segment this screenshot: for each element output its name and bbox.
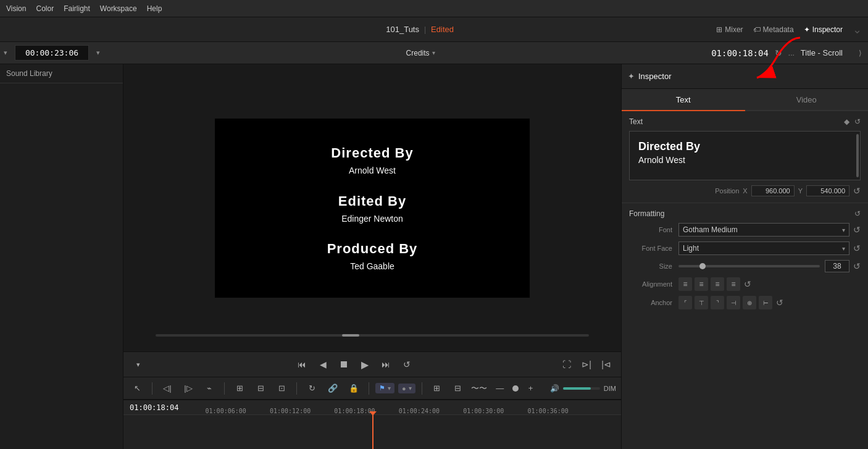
credits-btn[interactable]: Credits ▾ (406, 49, 435, 57)
menu-workspace[interactable]: Workspace (100, 4, 137, 13)
preview-scrollbar-thumb (342, 334, 359, 337)
position-reset-btn[interactable]: ↺ (853, 186, 861, 196)
menu-vision[interactable]: Vision (6, 4, 26, 13)
y-label: Y (798, 187, 803, 195)
link-btn[interactable]: 🔗 (324, 380, 341, 397)
font-reset-btn[interactable]: ↺ (853, 225, 861, 235)
anchor-tr-btn[interactable]: ⌝ (711, 296, 724, 309)
y-value-input[interactable] (806, 185, 849, 196)
timeline-track[interactable] (123, 415, 621, 449)
anchor-label: Anchor (629, 299, 678, 306)
font-face-select[interactable]: Light ▾ (678, 241, 849, 255)
zoom-in-timeline-btn[interactable]: ⊞ (231, 380, 248, 397)
text-preview-line1: Directed By (638, 139, 851, 154)
track-dropdown-icon[interactable]: ▾ (4, 49, 7, 57)
align-left-btn[interactable]: ≡ (678, 277, 692, 291)
lock-btn[interactable]: 🔒 (345, 380, 362, 397)
track-info-btn[interactable]: ▾ (131, 357, 146, 372)
title-scroll-label: Title - Scroll (801, 48, 853, 57)
size-value-input[interactable] (825, 260, 849, 272)
align-right-btn[interactable]: ≡ (711, 277, 724, 291)
play-btn[interactable]: ▶ (357, 357, 372, 372)
plus-btn[interactable]: + (522, 380, 540, 397)
snap-btn[interactable]: ⊡ (273, 380, 290, 397)
anchor-mr-btn[interactable]: ⊢ (759, 296, 772, 309)
menu-help[interactable]: Help (147, 4, 162, 13)
toolbar-sep-1 (152, 382, 152, 395)
size-slider[interactable] (678, 265, 820, 267)
timeline-mark-3: 01:00:24:00 (399, 408, 440, 414)
align-center-btn[interactable]: ≡ (695, 277, 708, 291)
expand-right-btn[interactable]: ⟩ (859, 49, 862, 57)
secondary-bar: ▾ 00:00:23:06 ▾ Credits ▾ 01:00:18:04 ↻ … (0, 42, 868, 64)
text-preview-box[interactable]: Directed By Arnold West (629, 131, 861, 180)
size-reset-btn[interactable]: ↺ (853, 261, 861, 271)
menu-fairlight[interactable]: Fairlight (64, 4, 90, 13)
zoom-out-timeline-btn[interactable]: ⊟ (252, 380, 269, 397)
text-preview-scrollbar[interactable] (856, 134, 859, 177)
transport-controls: ⏮ ◀ ⏹ ▶ ⏭ ↺ (294, 357, 414, 372)
audio-track-select[interactable]: ● ▾ (398, 384, 415, 393)
video-flag-icon: ⚑ (379, 384, 385, 392)
loop-btn[interactable]: ↺ (399, 357, 414, 372)
font-select[interactable]: Gotham Medium ▾ (678, 223, 849, 237)
tab-text[interactable]: Text (622, 89, 745, 111)
blade-btn[interactable]: ⌁ (201, 380, 218, 397)
more-options-btn[interactable]: ... (788, 49, 795, 57)
position-label: Position (715, 187, 739, 195)
volume-slider[interactable] (563, 387, 600, 390)
skip-forward-btn[interactable]: ⏭ (378, 357, 393, 372)
anchor-mc-btn[interactable]: ⊕ (743, 296, 756, 309)
x-value-input[interactable] (751, 185, 795, 196)
prev-clip-btn[interactable]: |⊲ (599, 357, 614, 372)
trim-start-btn[interactable]: ◁| (159, 380, 176, 397)
section-reset-icon[interactable]: ↺ (854, 117, 861, 126)
minus-btn[interactable]: — (491, 380, 509, 397)
video-track-select[interactable]: ⚑ ▾ (375, 383, 394, 393)
timecode-display[interactable]: 00:00:23:06 (15, 45, 89, 61)
mixer-btn[interactable]: ⊞ Mixer (716, 25, 743, 34)
anchor-ml-btn[interactable]: ⊣ (727, 296, 740, 309)
project-name: 101_Tuts (386, 25, 419, 34)
secondary-chevron[interactable]: ▾ (96, 49, 100, 57)
zoom-sel-btn[interactable]: ⊟ (449, 380, 467, 397)
volume-icon[interactable]: 🔊 (550, 384, 559, 393)
alignment-buttons: ≡ ≡ ≡ ≡ (678, 277, 740, 291)
next-clip-btn[interactable]: ⊳| (579, 357, 594, 372)
trim-end-btn[interactable]: |▷ (180, 380, 197, 397)
select-tool-btn[interactable]: ↖ (128, 380, 146, 397)
stop-btn[interactable]: ⏹ (336, 357, 351, 372)
step-back-btn[interactable]: ◀ (315, 357, 330, 372)
skip-back-start-btn[interactable]: ⏮ (294, 357, 309, 372)
top-bar-center: 101_Tuts | Edited (123, 25, 716, 34)
transport-right: ⛶ ⊳| |⊲ (559, 357, 614, 372)
main-area: Sound Library Directed By Arnold West Ed… (0, 64, 868, 449)
align-justify-btn[interactable]: ≡ (727, 277, 740, 291)
preview-scrollbar[interactable] (156, 334, 589, 337)
inspector-btn[interactable]: ✦ Inspector (804, 25, 843, 34)
sync-btn[interactable]: ↻ (775, 48, 782, 58)
rotate-btn[interactable]: ↻ (303, 380, 320, 397)
dim-label[interactable]: DIM (604, 385, 616, 392)
menu-color[interactable]: Color (36, 4, 54, 13)
tab-video[interactable]: Video (745, 89, 869, 111)
credit-block-2: Produced By Ted Gaable (327, 238, 418, 274)
formatting-reset-icon[interactable]: ↺ (854, 209, 861, 218)
toolbar-sep-3 (296, 382, 297, 395)
fullscreen-btn[interactable]: ⛶ (559, 357, 574, 372)
x-label: X (743, 187, 747, 195)
anchor-tl-btn[interactable]: ⌜ (678, 296, 692, 309)
anchor-tc-btn[interactable]: ⊤ (695, 296, 708, 309)
mixer-icon: ⊞ (716, 25, 722, 34)
font-face-reset-btn[interactable]: ↺ (853, 243, 861, 253)
anchor-reset-btn[interactable]: ↺ (776, 298, 783, 308)
zoom-fit-btn[interactable]: ⊞ (428, 380, 446, 397)
preview-area: Directed By Arnold West Edited By Edinge… (123, 64, 621, 351)
metadata-btn[interactable]: 🏷 Metadata (753, 25, 794, 34)
waveform-btn[interactable]: 〜〜 (470, 380, 488, 397)
inspector-title-row: ✦ Inspector (622, 64, 868, 89)
section-diamond-icon[interactable]: ◆ (844, 117, 849, 126)
timeline-area: 01:00:18:04 01:00:06:00 01:00:12:00 01:0… (123, 400, 621, 449)
alignment-reset-btn[interactable]: ↺ (744, 279, 751, 289)
expand-btn[interactable]: ⌄ (853, 23, 862, 36)
